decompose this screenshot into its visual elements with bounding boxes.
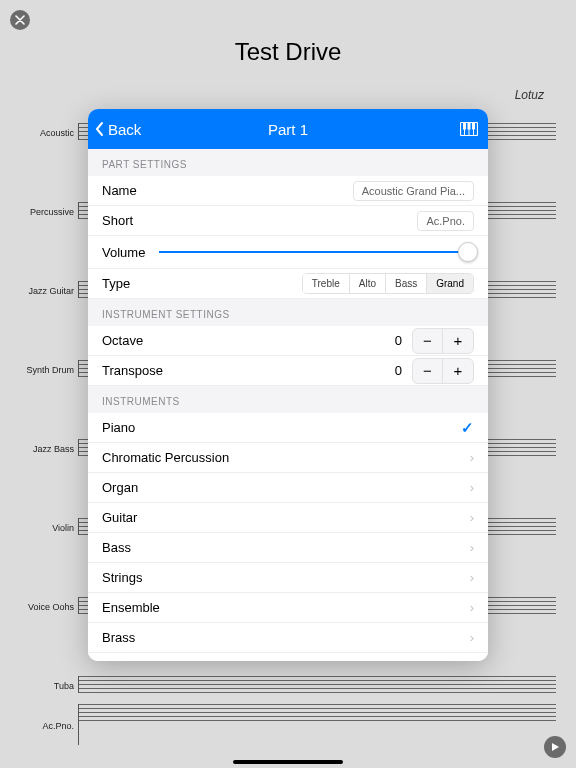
type-segmented[interactable]: TrebleAltoBassGrand [302, 273, 474, 294]
keyboard-icon-button[interactable] [460, 109, 478, 149]
track-label: Voice Oohs [20, 602, 78, 612]
type-option-bass[interactable]: Bass [385, 274, 426, 293]
instrument-organ[interactable]: Organ› [88, 473, 488, 503]
short-label: Short [102, 213, 133, 228]
svg-rect-5 [468, 123, 471, 130]
transpose-row: Transpose 0 − + [88, 356, 488, 386]
volume-row: Volume [88, 236, 488, 269]
instrument-bass[interactable]: Bass› [88, 533, 488, 563]
close-button[interactable] [10, 10, 30, 30]
instrument-piano[interactable]: Piano✓ [88, 413, 488, 443]
chevron-right-icon: › [470, 661, 474, 662]
transpose-stepper: − + [412, 358, 474, 384]
chevron-right-icon: › [470, 510, 474, 525]
instrument-label: Strings [102, 570, 142, 585]
chevron-right-icon: › [470, 540, 474, 555]
chevron-right-icon: › [470, 570, 474, 585]
instrument-chromatic-percussion[interactable]: Chromatic Percussion› [88, 443, 488, 473]
chevron-right-icon: › [470, 600, 474, 615]
octave-row: Octave 0 − + [88, 326, 488, 356]
bottom-staff [78, 696, 556, 756]
octave-stepper: − + [412, 328, 474, 354]
type-row: Type TrebleAltoBassGrand [88, 269, 488, 299]
panel-header: Back Part 1 [88, 109, 488, 149]
section-part-settings: PART SETTINGS [88, 149, 488, 176]
track-label: Percussive [20, 207, 78, 217]
instrument-label: Reed [102, 661, 133, 662]
instrument-label: Piano [102, 420, 135, 435]
instrument-guitar[interactable]: Guitar› [88, 503, 488, 533]
chevron-left-icon [94, 121, 106, 137]
svg-rect-6 [472, 123, 475, 130]
transpose-plus[interactable]: + [443, 359, 473, 383]
home-indicator [233, 760, 343, 764]
check-icon: ✓ [461, 419, 474, 437]
type-option-grand[interactable]: Grand [426, 274, 473, 293]
slider-thumb[interactable] [458, 242, 478, 262]
volume-slider[interactable] [159, 242, 474, 262]
track-label: Jazz Guitar [20, 286, 78, 296]
section-instrument-settings: INSTRUMENT SETTINGS [88, 299, 488, 326]
chevron-right-icon: › [470, 630, 474, 645]
keyboard-icon [460, 122, 478, 136]
back-label: Back [108, 121, 141, 138]
transpose-label: Transpose [102, 363, 163, 378]
transpose-value: 0 [390, 363, 402, 378]
instrument-strings[interactable]: Strings› [88, 563, 488, 593]
part-settings-panel: Back Part 1 PART SETTINGS Name Acoustic … [88, 109, 488, 661]
play-button[interactable] [544, 736, 566, 758]
type-option-treble[interactable]: Treble [303, 274, 349, 293]
octave-minus[interactable]: − [413, 329, 443, 353]
transpose-minus[interactable]: − [413, 359, 443, 383]
panel-title: Part 1 [88, 121, 488, 138]
instrument-label: Guitar [102, 510, 137, 525]
octave-value: 0 [390, 333, 402, 348]
instrument-label: Ensemble [102, 600, 160, 615]
section-instruments: INSTRUMENTS [88, 386, 488, 413]
track-label: Acoustic [20, 128, 78, 138]
svg-rect-4 [463, 123, 466, 130]
name-row: Name Acoustic Grand Pia... [88, 176, 488, 206]
close-icon [15, 15, 25, 25]
bottom-track-label: Ac.Pno. [20, 721, 78, 731]
instrument-reed[interactable]: Reed› [88, 653, 488, 661]
play-icon [550, 742, 560, 752]
back-button[interactable]: Back [88, 121, 141, 138]
volume-label: Volume [102, 245, 145, 260]
track-label: Tuba [20, 681, 78, 691]
instrument-label: Chromatic Percussion [102, 450, 229, 465]
octave-label: Octave [102, 333, 143, 348]
track-label: Synth Drum [20, 365, 78, 375]
instrument-label: Brass [102, 630, 135, 645]
track-label: Jazz Bass [20, 444, 78, 454]
short-field[interactable]: Ac.Pno. [417, 211, 474, 231]
instrument-brass[interactable]: Brass› [88, 623, 488, 653]
song-title: Test Drive [235, 38, 342, 66]
type-option-alto[interactable]: Alto [349, 274, 385, 293]
short-row: Short Ac.Pno. [88, 206, 488, 236]
chevron-right-icon: › [470, 480, 474, 495]
type-label: Type [102, 276, 130, 291]
name-field[interactable]: Acoustic Grand Pia... [353, 181, 474, 201]
composer-name: Lotuz [515, 88, 544, 102]
instrument-ensemble[interactable]: Ensemble› [88, 593, 488, 623]
track-label: Violin [20, 523, 78, 533]
instrument-label: Organ [102, 480, 138, 495]
octave-plus[interactable]: + [443, 329, 473, 353]
panel-body: PART SETTINGS Name Acoustic Grand Pia...… [88, 149, 488, 661]
name-label: Name [102, 183, 137, 198]
chevron-right-icon: › [470, 450, 474, 465]
instrument-label: Bass [102, 540, 131, 555]
